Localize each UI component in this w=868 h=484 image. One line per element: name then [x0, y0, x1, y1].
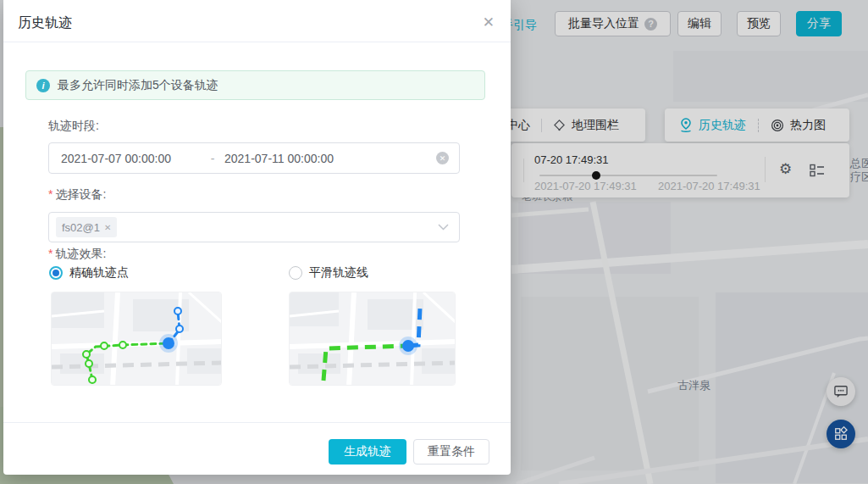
radio-precise-points[interactable]: 精确轨迹点: [49, 265, 129, 281]
precise-track-preview-image: [52, 292, 222, 386]
generate-track-button[interactable]: 生成轨迹: [329, 439, 406, 465]
remove-tag-icon[interactable]: ✕: [104, 223, 111, 232]
close-icon[interactable]: ✕: [483, 14, 495, 31]
preview-precise-points: [51, 292, 222, 386]
history-track-modal: 历史轨迹 ✕ i 最多允许同时添加5个设备轨迹 轨迹时段: 2021-07-07…: [3, 0, 511, 475]
clear-icon[interactable]: ✕: [436, 152, 449, 164]
date-separator: -: [201, 152, 224, 165]
footer-divider: [3, 422, 511, 423]
date-start-value[interactable]: 2021-07-07 00:00:00: [61, 152, 201, 165]
required-mark: *: [48, 187, 53, 201]
radio-selected-icon[interactable]: [49, 266, 63, 280]
notice-text: 最多允许同时添加5个设备轨迹: [58, 78, 218, 93]
period-label: 轨迹时段:: [48, 119, 99, 134]
radio-unselected-icon[interactable]: [289, 266, 302, 280]
info-icon: i: [36, 79, 50, 92]
radio-precise-label: 精确轨迹点: [69, 265, 129, 281]
app-window: 古泮泉 老班长杂粮 总医 疗区 手引导 批量导入位置 ? 编辑 预览 分享 中心…: [0, 0, 868, 484]
device-select[interactable]: fs02@1 ✕: [48, 212, 460, 242]
date-end-value[interactable]: 2021-07-11 00:00:00: [224, 152, 334, 165]
effect-label: *轨迹效果:: [48, 247, 106, 262]
modal-header: 历史轨迹 ✕: [3, 0, 511, 42]
chevron-down-icon: [438, 224, 449, 231]
device-tag: fs02@1 ✕: [56, 217, 117, 237]
modal-title: 历史轨迹: [18, 14, 72, 32]
preview-smooth-line: [289, 292, 456, 386]
device-tag-label: fs02@1: [62, 221, 100, 234]
notice-banner: i 最多允许同时添加5个设备轨迹: [25, 70, 485, 100]
required-mark: *: [48, 247, 53, 260]
smooth-track-preview-image: [290, 292, 456, 386]
device-label: *选择设备:: [48, 187, 106, 203]
reset-conditions-button[interactable]: 重置条件: [413, 439, 489, 465]
radio-smooth-line[interactable]: 平滑轨迹线: [289, 265, 368, 281]
radio-smooth-label: 平滑轨迹线: [309, 265, 368, 281]
date-range-input[interactable]: 2021-07-07 00:00:00 - 2021-07-11 00:00:0…: [48, 142, 460, 174]
